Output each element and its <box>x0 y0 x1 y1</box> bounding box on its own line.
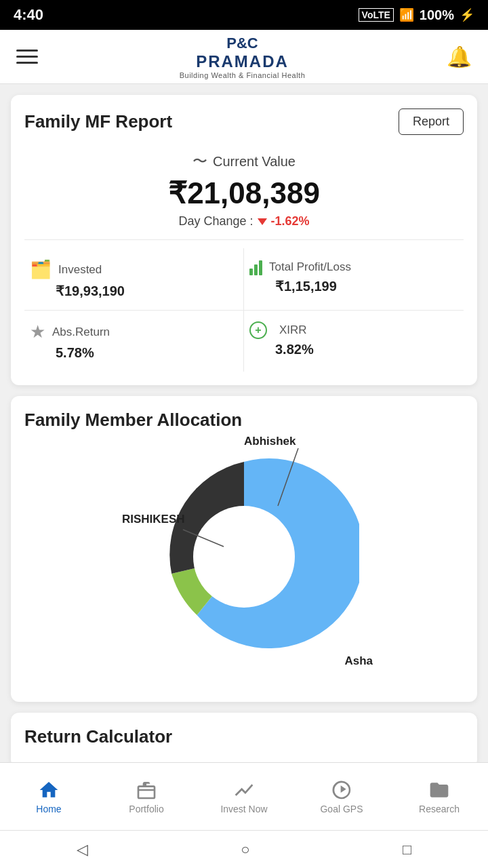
android-recent-button[interactable]: □ <box>403 841 411 859</box>
invested-label: Invested <box>58 263 102 277</box>
nav-label-home: Home <box>36 804 61 814</box>
portfolio-icon <box>136 779 157 801</box>
return-calculator-card: Return Calculator <box>11 713 477 768</box>
nav-item-home[interactable]: Home <box>0 763 98 830</box>
goal-icon <box>331 779 352 801</box>
nav-label-invest: Invest Now <box>220 804 267 814</box>
xirr-stat: XIRR 3.82% <box>244 311 464 372</box>
invest-icon <box>233 779 255 801</box>
logo-name: PRAMADA <box>196 52 289 71</box>
android-nav-bar: ◁ ○ □ <box>0 830 488 868</box>
profit-loss-stat: Total Profit/Loss ₹1,15,199 <box>244 248 464 311</box>
label-asha: Asha <box>344 654 373 668</box>
hamburger-menu[interactable] <box>16 50 38 64</box>
network-indicator: VoLTE <box>359 8 394 22</box>
abs-return-stat: ★ Abs.Return 5.78% <box>24 311 244 372</box>
abs-return-value: 5.78% <box>30 345 238 361</box>
profit-loss-value: ₹1,15,199 <box>249 278 458 294</box>
return-calc-title: Return Calculator <box>24 726 464 747</box>
nav-label-research: Research <box>419 804 460 814</box>
notification-bell[interactable]: 🔔 <box>447 45 472 68</box>
logo-symbol: P&C <box>226 35 258 52</box>
invested-stat: 🗂️ Invested ₹19,93,190 <box>24 248 244 311</box>
mf-report-header: Family MF Report Report <box>24 108 464 135</box>
nav-item-goal[interactable]: Goal GPS <box>293 763 390 830</box>
xirr-target-icon <box>249 321 267 339</box>
xirr-value: 3.82% <box>249 342 458 357</box>
profit-loss-label: Total Profit/Loss <box>269 260 351 274</box>
allocation-title: Family Member Allocation <box>24 410 464 431</box>
current-value-section: 〜 Current Value ₹21,08,389 Day Change : … <box>24 146 464 240</box>
current-value-label: 〜 Current Value <box>24 151 464 172</box>
abs-return-label: Abs.Return <box>52 326 110 339</box>
app-header: P&C PRAMADA Building Wealth & Financial … <box>0 30 488 84</box>
label-rishikesh: RISHIKESH <box>122 513 185 526</box>
stats-grid: 🗂️ Invested ₹19,93,190 Total Profit/Loss… <box>24 248 464 372</box>
nav-label-portfolio: Portfolio <box>129 804 163 814</box>
label-abhishek: Abhishek <box>244 435 296 448</box>
signal-icon: 📶 <box>399 7 414 22</box>
nav-item-research[interactable]: Research <box>390 763 488 830</box>
battery-icon: 100% <box>420 7 454 23</box>
trend-icon: 〜 <box>192 151 207 172</box>
research-icon <box>428 779 450 801</box>
status-time: 4:40 <box>14 6 43 24</box>
logo-subtitle: Building Wealth & Financial Health <box>180 71 306 79</box>
donut-chart-container: Abhishek RISHIKESH <box>129 441 359 675</box>
nav-item-invest[interactable]: Invest Now <box>195 763 293 830</box>
android-back-button[interactable]: ◁ <box>77 841 88 859</box>
home-icon <box>38 779 60 801</box>
down-arrow-icon <box>258 218 267 225</box>
status-right: VoLTE 📶 100% ⚡ <box>359 7 474 23</box>
invested-icon: 🗂️ <box>30 259 52 280</box>
nav-item-portfolio[interactable]: Portfolio <box>98 763 195 830</box>
android-home-button[interactable]: ○ <box>241 841 249 859</box>
bottom-nav: Home Portfolio Invest Now Goal GPS Resea… <box>0 762 488 830</box>
mf-report-card: Family MF Report Report 〜 Current Value … <box>11 95 477 385</box>
invested-value: ₹19,93,190 <box>30 283 238 299</box>
donut-hole <box>193 506 295 608</box>
bar-chart-icon <box>249 259 262 275</box>
app-logo: P&C PRAMADA Building Wealth & Financial … <box>180 35 306 79</box>
day-change-value: -1.62% <box>271 214 310 229</box>
xirr-label: XIRR <box>279 323 307 337</box>
family-allocation-card: Family Member Allocation Abhishek RISHIK… <box>11 396 477 702</box>
charging-icon: ⚡ <box>460 7 474 22</box>
star-icon: ★ <box>30 321 45 342</box>
main-content: Family MF Report Report 〜 Current Value … <box>0 84 488 868</box>
donut-chart <box>129 441 359 672</box>
day-change: Day Change : -1.62% <box>24 214 464 229</box>
nav-label-goal: Goal GPS <box>320 804 363 814</box>
report-button[interactable]: Report <box>399 108 464 135</box>
mf-report-title: Family MF Report <box>24 111 172 132</box>
status-bar: 4:40 VoLTE 📶 100% ⚡ <box>0 0 488 30</box>
current-value-amount: ₹21,08,389 <box>24 176 464 210</box>
